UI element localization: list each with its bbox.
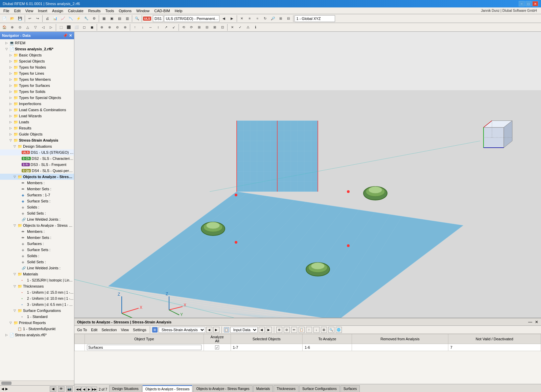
loadcase-selector[interactable]: ULS (STR/GEO) - Permanent... [164,15,219,22]
nav-item-members-1[interactable]: ✏ Members : [0,180,74,186]
nav-item-solid-sets-1[interactable]: ◈ Solid Sets : [0,210,74,216]
tb7[interactable]: 🔧 [83,15,90,22]
tb9[interactable]: ▦ [100,15,108,22]
tb57[interactable]: ⊡ [219,24,226,31]
tb60[interactable]: ⚠ [244,24,252,31]
nav-item-thick-2[interactable]: ▪ 2 - Uniform | d: 10.0 mm | 1 - S23... [0,295,74,301]
tb37[interactable]: ⬚ [57,24,65,31]
tb4[interactable]: 📈 [59,15,67,22]
tb51[interactable]: ↙ [170,24,178,31]
col-selected-objects[interactable]: Selected Objects [231,334,303,344]
tb58[interactable]: ✕ [229,24,236,31]
tb48[interactable]: ↔ [147,24,154,31]
tb36[interactable]: ▷ [47,24,55,31]
module-prev[interactable]: ◀ [206,327,212,333]
menu-options[interactable]: Options [117,8,134,14]
nav-item-ssa[interactable]: ▽ 📁 Stress-Strain Analysis [0,137,74,143]
tb49[interactable]: ↕ [155,24,162,31]
nav-item-load-wizards[interactable]: ▷ 📁 Load Wizards [0,113,74,119]
nav-item-types-lines[interactable]: ▷ 📁 Types for Lines [0,70,74,76]
selection-menu[interactable]: Selection [100,328,118,332]
nav-pin-button[interactable]: 📌 [63,33,68,38]
tb44[interactable]: ⊘ [114,24,121,31]
nav-item-basic-objects[interactable]: ▷ 📁 Basic Objects [0,52,74,58]
tb31[interactable]: ⊕ [8,24,16,31]
nav-item-results[interactable]: ▷ 📁 Results [0,125,74,131]
nav-item-rfem[interactable]: ▷ 💻 RFEM [0,40,74,46]
tb32[interactable]: ⊙ [16,24,24,31]
cell-analyze-all[interactable] [204,344,231,351]
tb10[interactable]: ▣ [108,15,115,22]
nav-icon-camera[interactable]: 📷 [66,386,73,392]
undo-button[interactable]: ↩ [26,15,33,22]
nav-item-thicknesses[interactable]: ▽ 📁 Thicknesses [0,283,74,289]
save-button[interactable]: 💾 [16,15,24,22]
nav-item-types-members[interactable]: ▷ 📁 Types for Members [0,76,74,82]
data-type-selector[interactable]: Input Data [230,327,258,333]
nav-item-line-welded-1[interactable]: 🔗 Line Welded Joints : [0,216,74,222]
data-next[interactable]: ▶ [266,327,272,333]
nav-item-ds2[interactable]: S Ch DS2 - SLS - Characteristic [0,155,74,162]
nav-item-members-2[interactable]: ✏ Members : [0,228,74,235]
tab-objects-stress-ranges[interactable]: Objects to Analyze - Stress Ranges [193,385,252,392]
nav-item-surfaces-1[interactable]: ◈ Surfaces : 1-7 [0,192,74,198]
nav-icon-arrow[interactable]: ◀ [50,386,56,392]
new-button[interactable]: 📄 [1,15,8,22]
btm-tb1[interactable]: ⊕ [276,327,282,333]
nav-item-materials[interactable]: ▽ 📁 Materials [0,271,74,277]
redo-button[interactable]: ↪ [34,15,41,22]
tb26[interactable]: ⊟ [285,15,292,22]
module-next[interactable]: ▶ [213,327,219,333]
nav-item-printout[interactable]: ▽ 📁 Printout Reports [0,320,74,326]
tb30[interactable]: 🏠 [1,24,8,31]
tb54[interactable]: ⊞ [195,24,203,31]
nav-item-guide-objects[interactable]: ▷ 📁 Guide Objects [0,131,74,137]
tb24[interactable]: 🔎 [269,15,277,22]
col-to-analyze[interactable]: To Analyze [303,334,352,344]
tb20[interactable]: ✕ [238,15,245,22]
print-button[interactable]: 🖨 [44,15,51,22]
tb53[interactable]: ⟳ [188,24,195,31]
next-loadcase[interactable]: ▶ [228,15,236,22]
settings-menu[interactable]: Settings [132,328,148,332]
nav-item-print-1[interactable]: 📋 1 - Stutzenfußpunkt [0,326,74,332]
tb41[interactable]: ◼ [88,24,96,31]
tab-surfaces[interactable]: Surfaces [340,385,360,392]
nav-item-obj-stresses[interactable]: ▽ 📁 Objects to Analyze - Stresses [0,174,74,180]
nav-item-types-special[interactable]: ▷ 📁 Types for Special Objects [0,95,74,101]
tb56[interactable]: ⊠ [211,24,218,31]
tb46[interactable]: ↑ [131,24,139,31]
btm-tb6[interactable]: ↓ [313,327,320,333]
tb55[interactable]: ⊟ [203,24,211,31]
tb40[interactable]: ◻ [80,24,88,31]
nav-item-ds1[interactable]: ULS DS1 - ULS (STR/GEO) - Permar... [0,149,74,155]
analyze-all-checkbox[interactable] [215,345,219,349]
col-object-type[interactable]: Object Type [85,334,204,344]
goto-menu[interactable]: Go To [76,328,88,332]
nav-item-solids-2[interactable]: ◈ Solids : [0,253,74,259]
col-removed[interactable]: Removed from Analysis [352,334,448,344]
nav-item-types-nodes[interactable]: ▷ 📁 Types for Nodes [0,64,74,70]
menu-window[interactable]: Window [134,8,151,14]
tb45[interactable]: ⊛ [121,24,129,31]
tb61[interactable]: ℹ [252,24,259,31]
maximize-button[interactable]: □ [525,1,532,6]
btm-tb5[interactable]: ↑ [306,327,312,333]
tab-materials[interactable]: Materials [253,385,273,392]
ds-selector[interactable]: DS1 [153,15,163,22]
tab-design-situations[interactable]: Design Situations [109,385,142,392]
menu-tools[interactable]: Tools [103,8,116,14]
coordinate-system[interactable]: 1 - Global XYZ [295,15,335,22]
tb3[interactable]: 📊 [51,15,59,22]
nav-item-mat-1[interactable]: ▪ 1 - S235JRH | Isotropic | Linear Ela..… [0,277,74,283]
nav-item-obj-stress-ranges[interactable]: ▽ 📁 Objects to Analyze - Stress Ranges [0,222,74,228]
nav-item-surfaces-2[interactable]: ◈ Surfaces : [0,241,74,247]
nav-item-member-sets-2[interactable]: ✏ Member Sets : [0,235,74,241]
nav-item-load-cases[interactable]: ▷ 📁 Load Cases & Combinations [0,107,74,113]
bottom-panel-close[interactable]: ✕ [535,320,538,324]
nav-close-button[interactable]: ✕ [69,33,72,38]
nav-item-line-welded-2[interactable]: 🔗 Line Welded Joints : [0,265,74,271]
nav-item-surface-sets-2[interactable]: ◈ Surface Sets : [0,247,74,253]
table-row[interactable]: 1-7 1-6 7 [75,344,541,351]
tab-surface-configurations[interactable]: Surface Configurations [299,385,340,392]
